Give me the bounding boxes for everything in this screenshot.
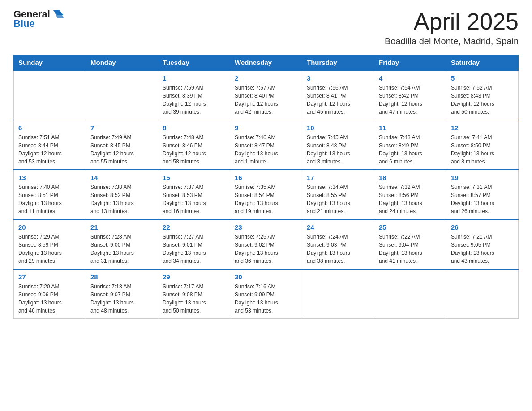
day-info: Sunrise: 7:29 AM Sunset: 8:59 PM Dayligh… — [18, 233, 81, 265]
calendar-cell: 25Sunrise: 7:22 AM Sunset: 9:04 PM Dayli… — [374, 219, 446, 269]
calendar-cell: 20Sunrise: 7:29 AM Sunset: 8:59 PM Dayli… — [14, 219, 86, 269]
day-info: Sunrise: 7:52 AM Sunset: 8:43 PM Dayligh… — [451, 84, 514, 116]
day-info: Sunrise: 7:25 AM Sunset: 9:02 PM Dayligh… — [235, 233, 297, 265]
day-number: 20 — [18, 223, 81, 231]
calendar-cell: 29Sunrise: 7:17 AM Sunset: 9:08 PM Dayli… — [158, 269, 230, 319]
day-number: 6 — [18, 124, 81, 132]
calendar-cell — [302, 269, 374, 319]
day-number: 1 — [163, 74, 225, 82]
day-number: 13 — [18, 174, 81, 181]
day-info: Sunrise: 7:24 AM Sunset: 9:03 PM Dayligh… — [307, 233, 369, 265]
day-number: 30 — [235, 273, 297, 281]
calendar-cell — [446, 269, 519, 319]
day-number: 18 — [379, 174, 442, 181]
day-number: 11 — [379, 124, 442, 132]
day-number: 22 — [163, 223, 225, 231]
day-info: Sunrise: 7:28 AM Sunset: 9:00 PM Dayligh… — [90, 233, 153, 265]
calendar-week-row: 1Sunrise: 7:59 AM Sunset: 8:39 PM Daylig… — [14, 70, 519, 120]
day-info: Sunrise: 7:48 AM Sunset: 8:46 PM Dayligh… — [163, 133, 225, 166]
calendar-cell: 9Sunrise: 7:46 AM Sunset: 8:47 PM Daylig… — [230, 120, 302, 170]
day-number: 8 — [163, 124, 225, 132]
day-number: 24 — [307, 223, 369, 231]
day-info: Sunrise: 7:35 AM Sunset: 8:54 PM Dayligh… — [235, 183, 297, 215]
day-info: Sunrise: 7:51 AM Sunset: 8:44 PM Dayligh… — [18, 133, 81, 166]
day-info: Sunrise: 7:21 AM Sunset: 9:05 PM Dayligh… — [451, 233, 514, 265]
svg-marker-1 — [55, 13, 64, 18]
calendar-week-row: 27Sunrise: 7:20 AM Sunset: 9:06 PM Dayli… — [14, 269, 519, 319]
day-info: Sunrise: 7:45 AM Sunset: 8:48 PM Dayligh… — [307, 133, 369, 166]
day-info: Sunrise: 7:46 AM Sunset: 8:47 PM Dayligh… — [235, 133, 297, 166]
day-number: 4 — [379, 74, 442, 82]
day-info: Sunrise: 7:38 AM Sunset: 8:52 PM Dayligh… — [90, 183, 153, 215]
day-number: 28 — [90, 273, 153, 281]
day-info: Sunrise: 7:20 AM Sunset: 9:06 PM Dayligh… — [18, 283, 81, 315]
day-info: Sunrise: 7:16 AM Sunset: 9:09 PM Dayligh… — [235, 283, 297, 315]
calendar-cell: 8Sunrise: 7:48 AM Sunset: 8:46 PM Daylig… — [158, 120, 230, 170]
day-number: 29 — [163, 273, 225, 281]
calendar-cell: 3Sunrise: 7:56 AM Sunset: 8:41 PM Daylig… — [302, 70, 374, 120]
calendar-cell: 15Sunrise: 7:37 AM Sunset: 8:53 PM Dayli… — [158, 170, 230, 219]
calendar-cell: 27Sunrise: 7:20 AM Sunset: 9:06 PM Dayli… — [14, 269, 86, 319]
calendar-cell: 5Sunrise: 7:52 AM Sunset: 8:43 PM Daylig… — [446, 70, 519, 120]
day-info: Sunrise: 7:49 AM Sunset: 8:45 PM Dayligh… — [90, 133, 153, 166]
calendar-week-row: 13Sunrise: 7:40 AM Sunset: 8:51 PM Dayli… — [14, 170, 519, 219]
calendar-cell — [374, 269, 446, 319]
location-subtitle: Boadilla del Monte, Madrid, Spain — [385, 36, 519, 47]
day-info: Sunrise: 7:18 AM Sunset: 9:07 PM Dayligh… — [90, 283, 153, 315]
calendar-cell: 10Sunrise: 7:45 AM Sunset: 8:48 PM Dayli… — [302, 120, 374, 170]
calendar-cell: 26Sunrise: 7:21 AM Sunset: 9:05 PM Dayli… — [446, 219, 519, 269]
calendar-cell: 2Sunrise: 7:57 AM Sunset: 8:40 PM Daylig… — [230, 70, 302, 120]
day-info: Sunrise: 7:27 AM Sunset: 9:01 PM Dayligh… — [163, 233, 225, 265]
column-header-tuesday: Tuesday — [158, 55, 230, 71]
day-info: Sunrise: 7:32 AM Sunset: 8:56 PM Dayligh… — [379, 183, 442, 215]
calendar-cell: 4Sunrise: 7:54 AM Sunset: 8:42 PM Daylig… — [374, 70, 446, 120]
day-number: 17 — [307, 174, 369, 181]
column-header-saturday: Saturday — [446, 55, 519, 71]
calendar-cell: 12Sunrise: 7:41 AM Sunset: 8:50 PM Dayli… — [446, 120, 519, 170]
logo-blue-text: Blue — [13, 18, 35, 30]
calendar-cell: 21Sunrise: 7:28 AM Sunset: 9:00 PM Dayli… — [86, 219, 158, 269]
day-info: Sunrise: 7:43 AM Sunset: 8:49 PM Dayligh… — [379, 133, 442, 166]
calendar-cell: 28Sunrise: 7:18 AM Sunset: 9:07 PM Dayli… — [86, 269, 158, 319]
calendar-cell: 7Sunrise: 7:49 AM Sunset: 8:45 PM Daylig… — [86, 120, 158, 170]
day-info: Sunrise: 7:54 AM Sunset: 8:42 PM Dayligh… — [379, 84, 442, 116]
column-header-monday: Monday — [86, 55, 158, 71]
day-number: 23 — [235, 223, 297, 231]
calendar-cell: 11Sunrise: 7:43 AM Sunset: 8:49 PM Dayli… — [374, 120, 446, 170]
month-title: April 2025 — [385, 9, 519, 34]
day-number: 14 — [90, 174, 153, 181]
day-info: Sunrise: 7:22 AM Sunset: 9:04 PM Dayligh… — [379, 233, 442, 265]
day-info: Sunrise: 7:34 AM Sunset: 8:55 PM Dayligh… — [307, 183, 369, 215]
day-info: Sunrise: 7:59 AM Sunset: 8:39 PM Dayligh… — [163, 84, 225, 116]
day-number: 16 — [235, 174, 297, 181]
calendar-cell: 14Sunrise: 7:38 AM Sunset: 8:52 PM Dayli… — [86, 170, 158, 219]
day-number: 10 — [307, 124, 369, 132]
calendar-cell: 23Sunrise: 7:25 AM Sunset: 9:02 PM Dayli… — [230, 219, 302, 269]
day-info: Sunrise: 7:41 AM Sunset: 8:50 PM Dayligh… — [451, 133, 514, 166]
day-info: Sunrise: 7:57 AM Sunset: 8:40 PM Dayligh… — [235, 84, 297, 116]
day-info: Sunrise: 7:56 AM Sunset: 8:41 PM Dayligh… — [307, 84, 369, 116]
logo: General Blue — [13, 9, 64, 30]
day-number: 21 — [90, 223, 153, 231]
logo-arrow-icon — [51, 7, 64, 20]
day-number: 12 — [451, 124, 514, 132]
day-number: 25 — [379, 223, 442, 231]
calendar-week-row: 6Sunrise: 7:51 AM Sunset: 8:44 PM Daylig… — [14, 120, 519, 170]
column-header-wednesday: Wednesday — [230, 55, 302, 71]
page-header: General Blue April 2025 Boadilla del Mon… — [13, 9, 519, 47]
title-area: April 2025 Boadilla del Monte, Madrid, S… — [385, 9, 519, 47]
calendar-cell: 6Sunrise: 7:51 AM Sunset: 8:44 PM Daylig… — [14, 120, 86, 170]
calendar-cell: 24Sunrise: 7:24 AM Sunset: 9:03 PM Dayli… — [302, 219, 374, 269]
column-header-sunday: Sunday — [14, 55, 86, 71]
day-number: 3 — [307, 74, 369, 82]
calendar-cell — [14, 70, 86, 120]
calendar-cell: 22Sunrise: 7:27 AM Sunset: 9:01 PM Dayli… — [158, 219, 230, 269]
calendar-header-row: SundayMondayTuesdayWednesdayThursdayFrid… — [14, 55, 519, 71]
day-number: 27 — [18, 273, 81, 281]
day-number: 9 — [235, 124, 297, 132]
calendar-cell: 17Sunrise: 7:34 AM Sunset: 8:55 PM Dayli… — [302, 170, 374, 219]
calendar-week-row: 20Sunrise: 7:29 AM Sunset: 8:59 PM Dayli… — [14, 219, 519, 269]
day-number: 5 — [451, 74, 514, 82]
day-number: 19 — [451, 174, 514, 181]
calendar-cell: 19Sunrise: 7:31 AM Sunset: 8:57 PM Dayli… — [446, 170, 519, 219]
